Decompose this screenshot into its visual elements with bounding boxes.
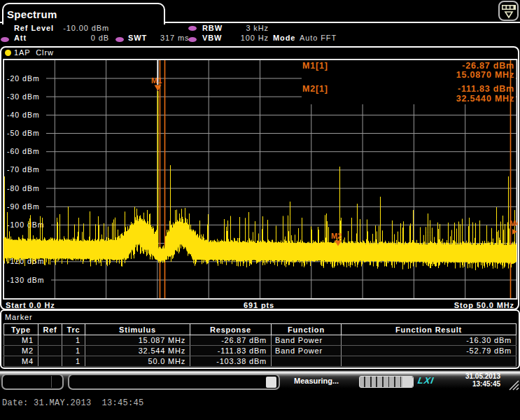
svg-text:-20 dBm: -20 dBm xyxy=(7,74,40,83)
svg-text:M2: M2 xyxy=(331,232,342,240)
svg-text:-90 dBm: -90 dBm xyxy=(7,202,40,211)
svg-text:-130 dBm: -130 dBm xyxy=(7,276,45,284)
svg-text:M1[1]: M1[1] xyxy=(302,61,328,71)
svg-text:-40 dBm: -40 dBm xyxy=(7,111,40,119)
svg-text:-26.87 dBm: -26.87 dBm xyxy=(462,61,514,71)
svg-text:-50 dBm: -50 dBm xyxy=(7,129,40,137)
svg-text:15.0870 MHz: 15.0870 MHz xyxy=(456,70,514,80)
svg-text:-60 dBm: -60 dBm xyxy=(7,147,40,155)
svg-text:-70 dBm: -70 dBm xyxy=(7,165,40,174)
svg-text:-30 dBm: -30 dBm xyxy=(7,92,40,101)
svg-text:M2[1]: M2[1] xyxy=(302,84,328,94)
svg-text:-100 dBm: -100 dBm xyxy=(7,220,45,229)
svg-text:M1: M1 xyxy=(151,76,162,85)
svg-text:M4: M4 xyxy=(510,219,518,227)
svg-text:-80 dBm: -80 dBm xyxy=(7,184,40,192)
svg-text:32.5440 MHz: 32.5440 MHz xyxy=(456,94,514,104)
svg-text:-111.83 dBm: -111.83 dBm xyxy=(458,84,514,94)
